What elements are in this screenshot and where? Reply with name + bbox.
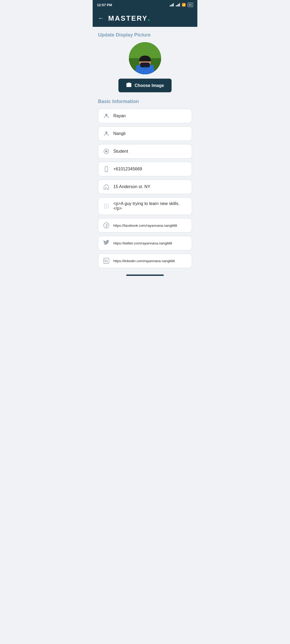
header: ← MASTERY. (93, 10, 197, 27)
facebook-value: https://facebook.com/rayannana.nangliili… (113, 224, 187, 228)
status-time: 12:57 PM (97, 3, 112, 7)
logo-dot: . (148, 14, 151, 22)
last-name-field[interactable]: Nangli (98, 126, 192, 141)
person-icon-2 (103, 130, 110, 137)
signal-bars-2 (176, 3, 180, 6)
bio-value: <p>A guy trying to learn new skills.</p> (113, 201, 187, 211)
signal-bar (171, 5, 172, 6)
facebook-field[interactable]: https://facebook.com/rayannana.nangliili… (98, 218, 192, 233)
linkedin-field[interactable]: https://linkedin.com/rayannana.nangliili… (98, 254, 192, 268)
signal-bar (170, 5, 171, 6)
bottom-bar (98, 271, 192, 279)
svg-point-18 (108, 204, 109, 205)
signal-bar (177, 5, 178, 6)
avatar-image[interactable] (129, 42, 161, 74)
avatar-svg (129, 42, 161, 74)
svg-point-20 (106, 206, 107, 207)
phone-icon (103, 166, 110, 172)
svg-point-16 (104, 204, 105, 205)
signal-bar (173, 3, 174, 6)
battery-icon: 85 (188, 3, 193, 7)
first-name-field[interactable]: Rayan (98, 109, 192, 123)
svg-point-6 (142, 60, 144, 61)
facebook-icon (103, 222, 110, 229)
svg-point-23 (106, 208, 107, 208)
svg-point-22 (104, 208, 105, 208)
bio-icon (103, 203, 110, 209)
svg-point-13 (105, 150, 107, 152)
svg-point-11 (105, 131, 107, 134)
address-field[interactable]: 15 Anderson st. NY (98, 180, 192, 194)
person-icon-1 (103, 113, 110, 119)
svg-rect-26 (104, 258, 109, 264)
signal-bar (176, 5, 177, 6)
first-name-value: Rayan (113, 114, 187, 118)
svg-point-19 (104, 206, 105, 207)
home-icon (103, 184, 110, 190)
svg-point-21 (108, 206, 109, 207)
role-icon (103, 148, 110, 155)
main-content: Update Display Picture (93, 27, 197, 290)
phone-field[interactable]: +61012345669 (98, 162, 192, 176)
choose-image-label: Choose Image (135, 83, 164, 88)
avatar-section: Choose Image (98, 42, 192, 92)
svg-point-8 (144, 67, 146, 69)
svg-point-7 (146, 60, 148, 61)
logo-text: MASTERY. (108, 14, 151, 23)
phone-value: +61012345669 (113, 167, 187, 171)
role-value: Student (113, 149, 187, 154)
signal-bar (179, 3, 180, 6)
signal-bar (172, 4, 173, 6)
twitter-field[interactable]: https://twitter.com/rayannana.nangliilil… (98, 236, 192, 250)
signal-bars-1 (170, 3, 174, 6)
twitter-value: https://twitter.com/rayannana.nangliilil… (113, 241, 187, 245)
last-name-value: Nangli (113, 131, 187, 136)
linkedin-value: https://linkedin.com/rayannana.nangliili… (113, 259, 187, 263)
status-icons: 📶 85 (170, 3, 193, 7)
address-value: 15 Anderson st. NY (113, 184, 187, 189)
update-picture-title: Update Display Picture (98, 32, 192, 38)
back-button[interactable]: ← (98, 15, 104, 22)
camera-icon (126, 82, 132, 89)
role-field[interactable]: Student (98, 144, 192, 159)
basic-info-section: Basic Information Rayan Nangli (98, 99, 192, 268)
signal-bar (178, 4, 179, 6)
twitter-icon (103, 240, 110, 246)
svg-point-15 (106, 171, 107, 171)
linkedin-icon (103, 258, 110, 264)
wifi-icon: 📶 (182, 3, 186, 7)
svg-point-10 (105, 114, 107, 116)
svg-point-24 (108, 208, 109, 208)
status-bar: 12:57 PM 📶 85 (93, 0, 197, 10)
bio-field[interactable]: <p>A guy trying to learn new skills.</p> (98, 197, 192, 215)
svg-point-17 (106, 204, 107, 205)
choose-image-button[interactable]: Choose Image (118, 79, 171, 92)
bottom-pill (126, 275, 164, 276)
basic-info-title: Basic Information (98, 99, 192, 104)
